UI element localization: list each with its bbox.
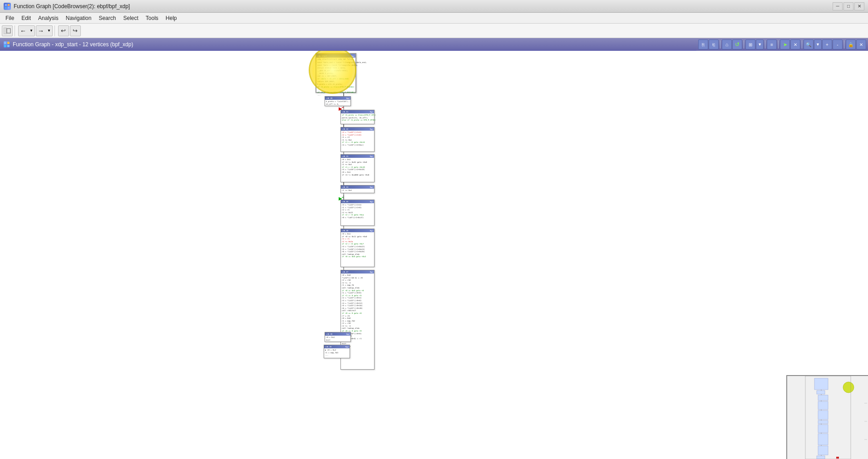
- main-canvas[interactable]: xdp_start ▼▲✕ xdp_start(struct xdp_md *c…: [0, 51, 868, 459]
- graph-node-10[interactable]: LAB_08 ▼▲✕ r0 = 0x1 exit: [325, 332, 351, 342]
- node10-content: r0 = 0x1 exit: [325, 336, 350, 342]
- graph-node-11[interactable]: LAB_09 ▼▲✕ ▶ r0 = 0x2 r1 = map_fd3 ...: [324, 345, 350, 358]
- menu-file[interactable]: File: [2, 13, 18, 23]
- node4-header: LAB_02: [342, 128, 348, 130]
- node1-header-title: xdp_start: [317, 55, 327, 57]
- zoom-out-button[interactable]: -: [833, 39, 843, 49]
- close-view-button[interactable]: ✕: [856, 39, 866, 49]
- svg-rect-7: [7, 42, 10, 44]
- menu-tools[interactable]: Tools: [142, 13, 162, 23]
- svg-rect-22: [818, 446, 828, 455]
- graph-node-8[interactable]: LAB_06 ▼▲✕ r0 = 0x1 if r0 == 0x11 goto +…: [340, 229, 375, 267]
- node11-content: ▶ r0 = 0x2 r1 = map_fd3 ...: [324, 348, 350, 357]
- menu-help[interactable]: Help: [162, 13, 181, 23]
- menu-search[interactable]: Search: [95, 13, 119, 23]
- zoom-button[interactable]: 🔍: [804, 39, 814, 49]
- node1-content: xdp_start(struct xdp_md *ctx) void *data…: [316, 58, 355, 97]
- svg-rect-1: [8, 4, 10, 6]
- nav-forward-button[interactable]: → ▼: [36, 25, 53, 36]
- sidebar-toggle-button[interactable]: [2, 25, 13, 36]
- menu-select[interactable]: Select: [119, 13, 142, 23]
- graph-node-2[interactable]: LAB_00 ▼▲✕ h_proto = *(uint16*)... nh_of…: [325, 96, 351, 106]
- graph-node-5[interactable]: LAB_03 ▼▲✕ r0 = 0x1 if r4 != 0x81 goto +…: [340, 154, 375, 182]
- close-button[interactable]: ✕: [854, 2, 864, 10]
- layout-dropdown[interactable]: ▼: [756, 39, 764, 49]
- graph-edges: [0, 51, 868, 459]
- copy-button[interactable]: ⎘: [698, 39, 708, 49]
- minimap-svg: [787, 376, 868, 459]
- svg-rect-4: [4, 28, 6, 34]
- graph-node-7[interactable]: LAB_05 ▼▲✕ r3 = *(u32*)(r1+4) r1 = *(u32…: [340, 200, 375, 226]
- home-button[interactable]: ⌂: [722, 39, 732, 49]
- node2-content: h_proto = *(uint16*)... nh_off += 4;: [325, 100, 350, 106]
- titlebar: Function Graph [CodeBrowser(2): ebpf/bpf…: [0, 0, 868, 13]
- layout-button[interactable]: ⊞: [745, 39, 755, 49]
- graph-node-1[interactable]: xdp_start ▼▲✕ xdp_start(struct xdp_md *c…: [316, 53, 356, 93]
- node8-content: r0 = 0x1 if r0 == 0x11 goto +0x0 r2 = r1…: [341, 232, 374, 259]
- menu-navigation[interactable]: Navigation: [62, 13, 95, 23]
- node5-header: LAB_03: [342, 155, 348, 157]
- svg-rect-0: [5, 4, 7, 6]
- svg-rect-35: [836, 457, 839, 459]
- center-button[interactable]: ✕: [790, 39, 800, 49]
- svg-rect-23: [817, 456, 825, 459]
- menu-analysis[interactable]: Analysis: [35, 13, 62, 23]
- app-icon: [4, 3, 11, 10]
- svg-rect-16: [818, 395, 828, 400]
- arrow-button[interactable]: ➤: [780, 39, 790, 49]
- lock-button[interactable]: 🔒: [846, 39, 856, 49]
- node5-content: r0 = 0x1 if r4 != 0x81 goto +0x0 r1 += 0…: [341, 158, 374, 176]
- menubar: File Edit Analysis Navigation Search Sel…: [0, 13, 868, 24]
- svg-rect-15: [817, 391, 825, 394]
- zoom-dropdown[interactable]: ▼: [814, 39, 822, 49]
- svg-rect-18: [818, 410, 828, 420]
- node6-header: LAB_04: [342, 186, 348, 188]
- refresh-button[interactable]: ↺: [732, 39, 742, 49]
- svg-rect-9: [7, 45, 10, 47]
- node4-content: r3 = *(u32*)(r1+4) r2 = *(u32*)(r1+0) r1…: [341, 131, 374, 147]
- node3-header: LAB_01: [342, 111, 348, 113]
- window-controls: ─ □ ✕: [833, 2, 864, 10]
- filter-button[interactable]: ≡: [767, 39, 777, 49]
- nav-back-button[interactable]: ← ▼: [18, 25, 35, 36]
- svg-rect-3: [8, 7, 10, 9]
- window-title: Function Graph [CodeBrowser(2): ebpf/bpf…: [14, 3, 833, 10]
- graph-node-3[interactable]: LAB_01 ▼▲✕ if (h_proto == htons(ETH_P_IP…: [340, 110, 375, 124]
- undo-button[interactable]: ↩: [58, 25, 69, 36]
- minimap: [786, 375, 868, 459]
- node3-content: if (h_proto == htons(ETH_P_IP)) parse_ip…: [341, 113, 374, 122]
- tab-icon: [4, 41, 10, 48]
- node7-header: LAB_05: [342, 200, 348, 203]
- redo-button[interactable]: ↪: [70, 25, 81, 36]
- paste-button[interactable]: ⎗: [709, 39, 719, 49]
- svg-rect-14: [814, 378, 828, 390]
- svg-rect-17: [818, 401, 828, 410]
- svg-rect-8: [4, 45, 6, 47]
- node6-content: r1 += 0x4: [341, 189, 374, 192]
- minimize-button[interactable]: ─: [833, 2, 843, 10]
- node11-header: LAB_09: [325, 346, 331, 348]
- svg-rect-19: [818, 420, 828, 424]
- graph-area[interactable]: xdp_start ▼▲✕ xdp_start(struct xdp_md *c…: [0, 51, 868, 459]
- toolbar-separator-2: [54, 25, 56, 36]
- right-toolbar: ⎘ ⎗ ⌂ ↺ ⊞ ▼ ≡ ➤ ✕ 🔍 ▼ + - 🔒 ✕: [696, 38, 868, 51]
- node2-header: LAB_00: [326, 97, 332, 99]
- tabbar: Function Graph - xdp_start - 12 vertices…: [0, 38, 868, 51]
- svg-rect-5: [7, 29, 10, 33]
- node10-header: LAB_08: [326, 333, 332, 335]
- graph-node-6[interactable]: LAB_04 ▼▲✕ r1 += 0x4: [340, 185, 375, 193]
- node7-content: r3 = *(u32*)(r1+4) r1 = *(u32*)(r1+0) r2…: [341, 203, 374, 220]
- tab-title: Function Graph - xdp_start - 12 vertices…: [13, 41, 133, 48]
- menu-edit[interactable]: Edit: [18, 13, 35, 23]
- node9-header: LAB_07: [342, 271, 348, 273]
- toolbar: ← ▼ → ▼ ↩ ↪: [0, 24, 868, 38]
- svg-point-33: [843, 382, 854, 393]
- zoom-in-button[interactable]: +: [822, 39, 832, 49]
- svg-rect-2: [5, 7, 7, 9]
- node8-header: LAB_06: [342, 230, 348, 232]
- toolbar-separator-1: [15, 25, 16, 36]
- graph-node-4[interactable]: LAB_02 ▼▲✕ r3 = *(u32*)(r1+4) r2 = *(u32…: [340, 127, 375, 152]
- svg-rect-21: [818, 434, 828, 445]
- svg-rect-6: [4, 42, 6, 44]
- maximize-button[interactable]: □: [843, 2, 853, 10]
